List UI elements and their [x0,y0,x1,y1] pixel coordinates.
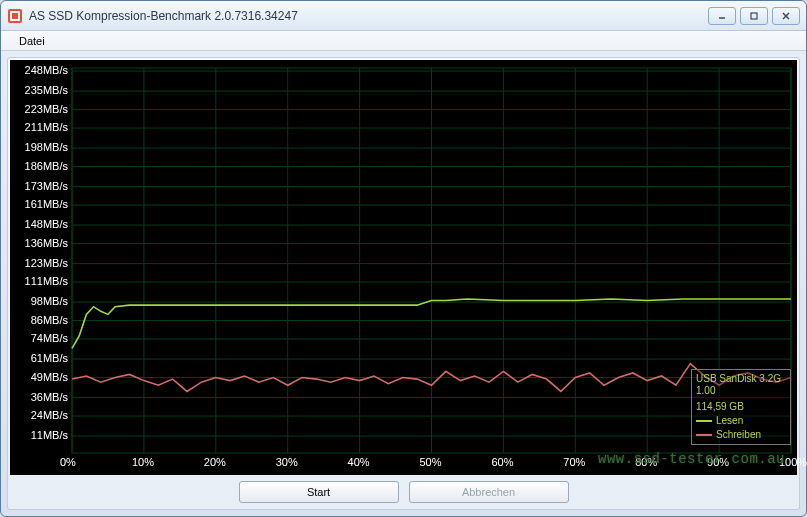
y-tick-label: 211MB/s [12,121,68,133]
x-tick-label: 40% [348,456,370,468]
y-tick-label: 235MB/s [12,84,68,96]
close-button[interactable] [772,7,800,25]
y-tick-label: 11MB/s [12,429,68,441]
x-tick-label: 30% [276,456,298,468]
legend-swatch-read [696,420,712,422]
legend-write-label: Schreiben [716,429,761,441]
window-title: AS SSD Kompression-Benchmark 2.0.7316.34… [29,9,708,23]
x-tick-label: 90% [707,456,729,468]
x-tick-label: 100% [779,456,807,468]
y-tick-label: 61MB/s [12,352,68,364]
x-tick-label: 20% [204,456,226,468]
chart-area: 11MB/s24MB/s36MB/s49MB/s61MB/s74MB/s86MB… [10,60,797,475]
minimize-button[interactable] [708,7,736,25]
y-tick-label: 173MB/s [12,180,68,192]
titlebar: AS SSD Kompression-Benchmark 2.0.7316.34… [1,1,806,31]
y-tick-label: 24MB/s [12,409,68,421]
app-window: AS SSD Kompression-Benchmark 2.0.7316.34… [0,0,807,517]
cancel-button[interactable]: Abbrechen [409,481,569,503]
y-tick-label: 111MB/s [12,275,68,287]
y-tick-label: 74MB/s [12,332,68,344]
svg-rect-4 [751,13,757,19]
app-icon [7,8,23,24]
legend-read-label: Lesen [716,415,743,427]
legend-row-write: Schreiben [696,429,786,441]
y-tick-label: 186MB/s [12,160,68,172]
y-tick-label: 161MB/s [12,198,68,210]
legend-swatch-write [696,434,712,436]
x-tick-label: 80% [635,456,657,468]
y-tick-label: 148MB/s [12,218,68,230]
legend-box: USB SanDisk 3.2G 1.00 114,59 GB Lesen Sc… [691,369,791,445]
x-tick-label: 0% [60,456,76,468]
chart-svg [10,60,797,475]
y-tick-label: 86MB/s [12,314,68,326]
y-tick-label: 49MB/s [12,371,68,383]
legend-device: USB SanDisk 3.2G [696,373,786,385]
x-tick-label: 60% [491,456,513,468]
button-bar: Start Abbrechen [8,475,799,509]
legend-capacity: 114,59 GB [696,401,786,413]
legend-version: 1.00 [696,385,786,397]
y-tick-label: 223MB/s [12,103,68,115]
y-tick-label: 248MB/s [12,64,68,76]
y-tick-label: 36MB/s [12,391,68,403]
svg-rect-2 [12,13,18,19]
legend-row-read: Lesen [696,415,786,427]
maximize-button[interactable] [740,7,768,25]
start-button[interactable]: Start [239,481,399,503]
x-tick-label: 10% [132,456,154,468]
client-area: 11MB/s24MB/s36MB/s49MB/s61MB/s74MB/s86MB… [7,57,800,510]
x-tick-label: 50% [420,456,442,468]
window-buttons [708,7,800,25]
x-tick-label: 70% [563,456,585,468]
menubar: Datei [1,31,806,51]
y-tick-label: 198MB/s [12,141,68,153]
y-tick-label: 98MB/s [12,295,68,307]
y-tick-label: 136MB/s [12,237,68,249]
menu-file[interactable]: Datei [11,33,53,49]
y-tick-label: 123MB/s [12,257,68,269]
